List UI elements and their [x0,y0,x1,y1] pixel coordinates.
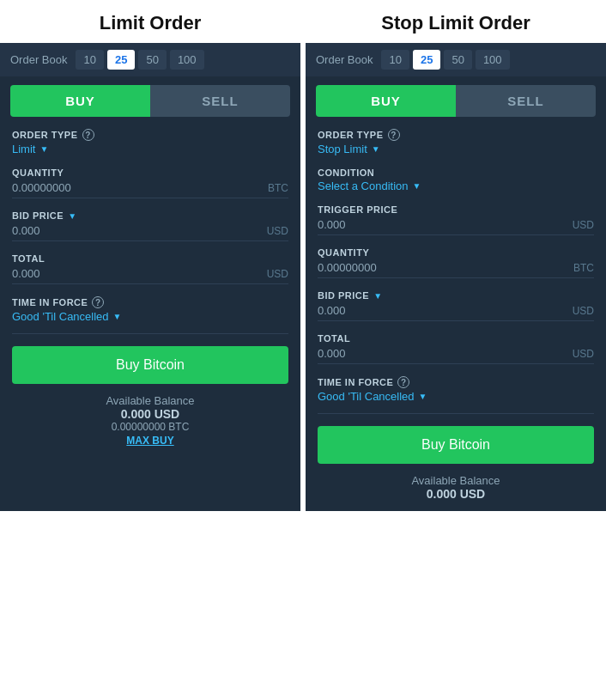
total-label-right: TOTAL [318,333,594,344]
max-buy-link-left[interactable]: MAX BUY [0,435,300,447]
tif-label-left: TIME IN FORCE ? [12,296,288,308]
ob-btn-50-right[interactable]: 50 [444,50,471,70]
buy-button-left[interactable]: BUY [10,85,150,117]
stop-limit-order-title: Stop Limit Order [306,0,606,43]
bid-price-arrow-right: ▼ [373,291,382,301]
quantity-input-row-left: 0.00000000 BTC [12,181,288,198]
ob-btn-50-left[interactable]: 50 [138,50,166,70]
order-book-label-left: Order Book [10,53,67,66]
trigger-price-unit-right: USD [573,219,594,231]
order-type-dropdown-right[interactable]: Stop Limit ▼ [318,143,594,155]
ob-btn-100-right[interactable]: 100 [476,50,510,70]
total-input-row-right: 0.000 USD [318,347,594,364]
bid-price-value-right[interactable]: 0.000 [318,304,346,317]
sell-button-left[interactable]: SELL [150,85,290,117]
tif-label-right: TIME IN FORCE ? [318,376,594,388]
ob-btn-25-right[interactable]: 25 [413,50,440,70]
order-type-label-right: ORDER TYPE ? [318,129,594,141]
total-unit-right: USD [573,348,594,360]
order-book-bar-left: Order Book 10 25 50 100 [0,43,300,76]
order-type-arrow-right: ▼ [372,144,380,154]
form-right: ORDER TYPE ? Stop Limit ▼ CONDITION Sele… [306,129,606,403]
balance-section-left: Available Balance 0.000 USD 0.00000000 B… [0,394,300,447]
balance-section-right: Available Balance 0.000 USD [306,474,606,501]
tif-arrow-right: ▼ [419,392,427,401]
sell-button-right[interactable]: SELL [456,85,596,117]
balance-btc-left: 0.00000000 BTC [0,421,300,433]
quantity-unit-right: BTC [573,262,594,274]
order-book-bar-right: Order Book 10 25 50 100 [306,43,606,76]
form-left: ORDER TYPE ? Limit ▼ QUANTITY 0.00000000… [0,129,300,323]
total-unit-left: USD [267,268,288,280]
bid-price-input-row-left: 0.000 USD [12,224,288,241]
tif-help-left[interactable]: ? [92,296,104,308]
bid-price-unit-right: USD [573,305,594,317]
tif-arrow-left: ▼ [113,312,122,321]
balance-usd-right: 0.000 USD [306,487,606,501]
order-type-dropdown-left[interactable]: Limit ▼ [12,143,288,155]
available-balance-label-right: Available Balance [306,474,606,487]
order-type-label-left: ORDER TYPE ? [12,129,288,141]
order-type-help-left[interactable]: ? [82,129,94,141]
bid-price-value-left[interactable]: 0.000 [12,224,40,237]
bid-price-label-left: BID PRICE ▼ [12,210,288,221]
bid-price-label-right: BID PRICE ▼ [318,290,594,301]
balance-usd-left: 0.000 USD [0,407,300,421]
ob-btn-25-left[interactable]: 25 [107,50,135,70]
total-value-right[interactable]: 0.000 [318,347,346,360]
bid-price-input-row-right: 0.000 USD [318,304,594,321]
ob-btn-10-right[interactable]: 10 [381,50,409,70]
buy-sell-row-right: BUY SELL [316,85,596,117]
ob-btn-100-left[interactable]: 100 [170,50,204,70]
trigger-price-input-row-right: 0.000 USD [318,218,594,235]
trigger-price-label-right: TRIGGER PRICE [318,204,594,215]
quantity-value-left[interactable]: 0.00000000 [12,181,71,194]
buy-bitcoin-button-left[interactable]: Buy Bitcoin [12,346,288,384]
buy-sell-row-left: BUY SELL [10,85,290,117]
condition-label-right: CONDITION [318,167,594,178]
stop-limit-order-panel: Stop Limit Order Order Book 10 25 50 100… [306,0,606,511]
quantity-label-left: QUANTITY [12,167,288,178]
tif-dropdown-left[interactable]: Good 'Til Cancelled ▼ [12,310,288,323]
total-value-left[interactable]: 0.000 [12,267,40,280]
buy-bitcoin-button-right[interactable]: Buy Bitcoin [318,426,594,464]
order-book-label-right: Order Book [316,53,373,66]
condition-arrow-right: ▼ [413,181,421,191]
buy-button-right[interactable]: BUY [316,85,456,117]
quantity-value-right[interactable]: 0.00000000 [318,261,377,274]
quantity-input-row-right: 0.00000000 BTC [318,261,594,278]
quantity-label-right: QUANTITY [318,247,594,258]
tif-help-right[interactable]: ? [397,376,409,388]
trigger-price-value-right[interactable]: 0.000 [318,218,346,231]
ob-btn-10-left[interactable]: 10 [76,50,103,70]
available-balance-label-left: Available Balance [0,394,300,407]
order-type-help-right[interactable]: ? [388,129,400,141]
bid-price-arrow-left: ▼ [68,211,76,221]
condition-dropdown-right[interactable]: Select a Condition ▼ [318,180,594,192]
total-input-row-left: 0.000 USD [12,267,288,284]
order-type-arrow-left: ▼ [39,144,48,154]
limit-order-panel: Limit Order Order Book 10 25 50 100 BUY … [0,0,300,511]
total-label-left: TOTAL [12,253,288,264]
bid-price-unit-left: USD [267,225,288,237]
limit-order-title: Limit Order [0,0,300,43]
tif-dropdown-right[interactable]: Good 'Til Cancelled ▼ [318,390,594,403]
quantity-unit-left: BTC [268,182,288,194]
